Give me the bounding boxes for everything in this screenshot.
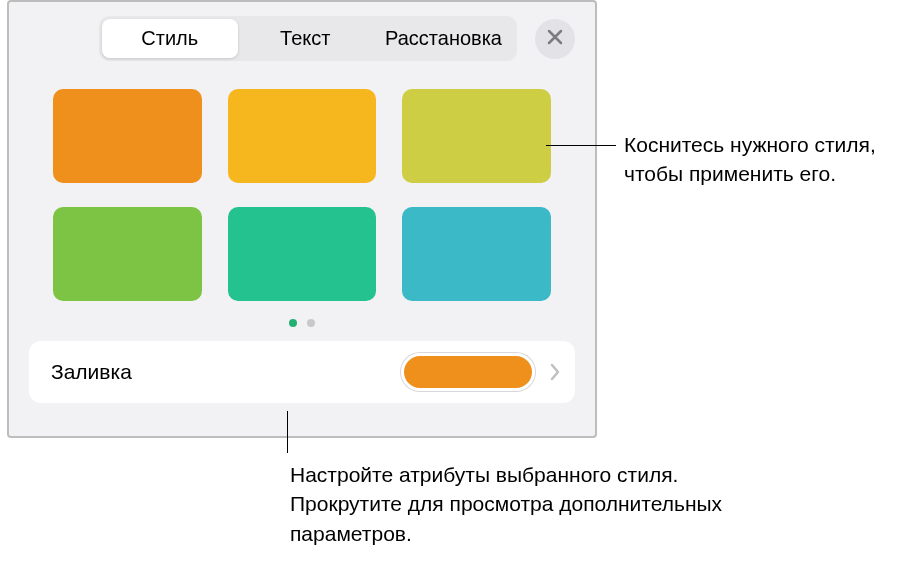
tab-text[interactable]: Текст bbox=[238, 19, 374, 58]
fill-color-swatch[interactable] bbox=[401, 353, 535, 391]
callout-tap-style: Коснитесь нужного стиля, чтобы применить… bbox=[624, 130, 894, 189]
callout-leader-bottom bbox=[287, 411, 288, 453]
style-swatch-4[interactable] bbox=[53, 207, 202, 301]
fill-row[interactable]: Заливка bbox=[29, 341, 575, 403]
style-swatch-2[interactable] bbox=[228, 89, 377, 183]
tabs: Стиль Текст Расстановка bbox=[99, 16, 517, 61]
fill-label: Заливка bbox=[51, 360, 401, 384]
page-dot-2 bbox=[307, 319, 315, 327]
page-dot-1 bbox=[289, 319, 297, 327]
close-icon bbox=[546, 28, 564, 50]
callout-adjust: Настройте атрибуты выбранного стиля. Про… bbox=[290, 460, 750, 548]
style-swatch-5[interactable] bbox=[228, 207, 377, 301]
chevron-right-icon bbox=[549, 363, 561, 381]
callout-leader-right bbox=[546, 145, 616, 146]
style-swatch-3[interactable] bbox=[402, 89, 551, 183]
style-swatch-1[interactable] bbox=[53, 89, 202, 183]
style-swatch-6[interactable] bbox=[402, 207, 551, 301]
close-button[interactable] bbox=[535, 19, 575, 59]
format-panel: Стиль Текст Расстановка Заливка bbox=[7, 0, 597, 438]
tab-style[interactable]: Стиль bbox=[102, 19, 238, 58]
tab-arrange[interactable]: Расстановка bbox=[373, 19, 514, 58]
style-swatch-grid bbox=[9, 61, 595, 311]
tabs-row: Стиль Текст Расстановка bbox=[9, 2, 595, 61]
page-indicator[interactable] bbox=[9, 319, 595, 327]
